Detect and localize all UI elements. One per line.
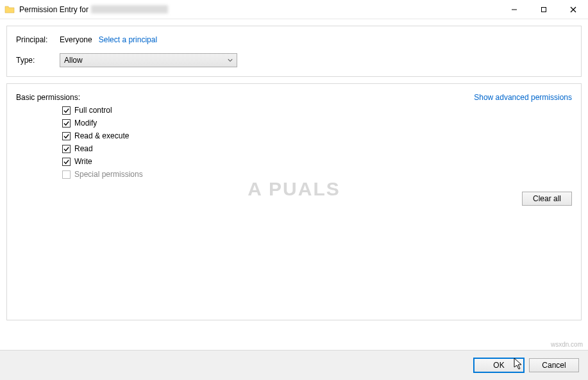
- type-select-value: Allow: [64, 56, 83, 65]
- clear-all-button[interactable]: Clear all: [522, 192, 572, 206]
- type-label: Type:: [16, 56, 60, 65]
- perm-label: Modify: [74, 119, 97, 128]
- window-title-prefix: Permission Entry for: [19, 5, 88, 14]
- chevron-down-icon: [228, 57, 233, 64]
- svg-rect-1: [542, 7, 546, 12]
- perm-label: Full control: [74, 106, 112, 115]
- checkbox-read[interactable]: [62, 145, 71, 153]
- window-title-target: [91, 5, 168, 13]
- select-principal-link[interactable]: Select a principal: [99, 35, 157, 44]
- type-select[interactable]: Allow: [60, 53, 237, 67]
- principal-value: Everyone: [60, 35, 92, 44]
- perm-modify: Modify: [62, 119, 572, 128]
- perm-special: Special permissions: [62, 170, 572, 179]
- window-title: Permission Entry for: [19, 5, 500, 14]
- perm-label: Write: [74, 157, 92, 166]
- type-row: Type: Allow: [16, 53, 572, 67]
- window-controls: [500, 0, 588, 19]
- perm-label: Special permissions: [74, 170, 143, 179]
- perm-full-control: Full control: [62, 106, 572, 115]
- ok-button[interactable]: OK: [474, 358, 524, 372]
- basic-permissions-panel: Basic permissions: Show advanced permiss…: [6, 83, 582, 320]
- close-button[interactable]: [559, 0, 588, 19]
- maximize-button[interactable]: [529, 0, 559, 19]
- checkbox-modify[interactable]: [62, 119, 71, 128]
- checkbox-read-execute[interactable]: [62, 132, 71, 140]
- basic-permissions-header: Basic permissions:: [16, 93, 80, 102]
- permissions-list: Full control Modify Read & execute Read: [62, 106, 572, 179]
- principal-row: Principal: Everyone Select a principal: [16, 35, 572, 44]
- cancel-button[interactable]: Cancel: [529, 358, 579, 372]
- watermark-attribution: wsxdn.com: [551, 341, 583, 348]
- dialog-footer: OK Cancel: [0, 350, 588, 380]
- perm-read-execute: Read & execute: [62, 131, 572, 140]
- checkbox-write[interactable]: [62, 158, 71, 166]
- titlebar: Permission Entry for: [0, 0, 588, 19]
- content-area: Principal: Everyone Select a principal T…: [0, 19, 588, 327]
- principal-label: Principal:: [16, 35, 60, 44]
- principal-type-panel: Principal: Everyone Select a principal T…: [6, 26, 582, 77]
- checkbox-full-control[interactable]: [62, 106, 71, 115]
- checkbox-special-permissions: [62, 170, 71, 179]
- perm-label: Read & execute: [74, 131, 129, 140]
- folder-icon: [0, 4, 19, 15]
- perm-label: Read: [74, 144, 93, 153]
- perm-read: Read: [62, 144, 572, 153]
- show-advanced-permissions-link[interactable]: Show advanced permissions: [474, 93, 572, 102]
- minimize-button[interactable]: [500, 0, 529, 19]
- perm-write: Write: [62, 157, 572, 166]
